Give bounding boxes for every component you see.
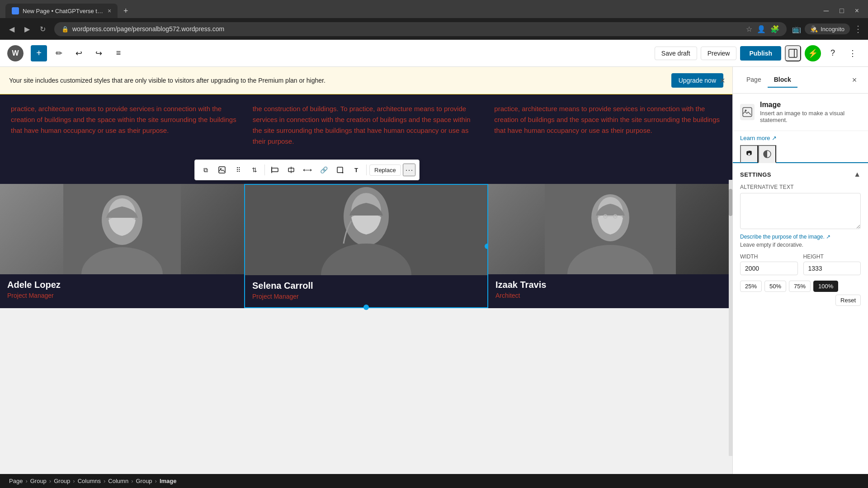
image-picker-button[interactable] [215, 163, 229, 177]
resize-handle-bottom[interactable] [363, 305, 369, 310]
breadcrumb-item-2[interactable]: Group [54, 478, 70, 484]
settings-icon-tab[interactable] [740, 145, 758, 163]
svg-text:W: W [12, 49, 19, 57]
breadcrumb-item-6[interactable]: Image [160, 478, 177, 484]
align-center-button[interactable] [284, 163, 298, 177]
editor-canvas: Your site includes customized styles tha… [0, 67, 732, 474]
close-notification-button[interactable]: × [720, 75, 725, 86]
breadcrumb-item-3[interactable]: Columns [78, 478, 101, 484]
svg-rect-5 [219, 167, 225, 173]
full-width-button[interactable]: ⟷ [300, 163, 315, 177]
profile-icon[interactable]: 👤 [757, 25, 766, 33]
width-input[interactable] [740, 262, 798, 275]
team-name-adele: Adele Lopez [0, 274, 244, 292]
breadcrumb-item-4[interactable]: Column [108, 478, 128, 484]
url-display[interactable]: wordpress.com/page/personalblog572.wordp… [72, 25, 742, 33]
undo-icon: ↩ [75, 48, 82, 58]
incognito-label: Incognito [821, 26, 844, 33]
jetpack-icon: ⚡ [808, 48, 818, 58]
undo-button[interactable]: ↩ [71, 45, 87, 61]
help-button[interactable]: ? [825, 45, 841, 61]
column-text-left: practice, architecture means to provide … [9, 103, 240, 147]
browser-menu-button[interactable]: ⋮ [854, 23, 863, 34]
width-field: WIDTH [740, 253, 798, 275]
zoom-50-button[interactable]: 50% [764, 281, 786, 292]
minimize-button[interactable]: ─ [820, 5, 832, 17]
cast-icon[interactable]: 📺 [792, 25, 801, 33]
bookmark-icon[interactable]: ☆ [746, 25, 752, 33]
breadcrumb-item-1[interactable]: Group [30, 478, 47, 484]
maximize-button[interactable]: □ [836, 5, 848, 17]
reset-dimensions-button[interactable]: Reset [835, 295, 861, 306]
alt-text-button[interactable]: T [349, 163, 363, 177]
add-block-button[interactable]: + [31, 45, 47, 61]
settings-collapse-button[interactable]: ▲ [854, 170, 861, 178]
alt-text-field: ALTERNATIVE TEXT Describe the purpose of… [740, 184, 861, 248]
back-button[interactable]: ◀ [5, 23, 18, 35]
settings-section-title: Settings [740, 171, 771, 178]
forward-button[interactable]: ▶ [21, 23, 33, 35]
team-member-3: Izaak Travis Architect [488, 184, 732, 308]
copy-block-button[interactable]: ⧉ [198, 163, 213, 177]
height-input[interactable] [803, 262, 861, 275]
height-label: HEIGHT [803, 253, 861, 260]
tab-page[interactable]: Page [740, 72, 768, 88]
settings-section: Settings ▲ ALTERNATIVE TEXT Describe the… [733, 163, 868, 313]
team-title-adele: Project Manager [0, 292, 244, 306]
sidebar-toggle-button[interactable] [785, 45, 801, 61]
column-text-right: practice, architecture means to provide … [492, 103, 723, 147]
options-button[interactable]: ⋮ [844, 45, 861, 61]
sidebar-panel: Page Block × Image Insert an image to ma… [732, 67, 868, 474]
preview-button[interactable]: Preview [701, 47, 737, 60]
redo-button[interactable]: ↪ [90, 45, 107, 61]
tab-block[interactable]: Block [768, 72, 797, 88]
replace-image-button[interactable]: Replace [369, 164, 401, 176]
upgrade-now-button[interactable]: Upgrade now [671, 73, 723, 88]
learn-more-link[interactable]: Learn more ↗ [740, 135, 861, 141]
zoom-75-button[interactable]: 75% [789, 281, 811, 292]
tab-close-button[interactable]: × [108, 7, 111, 14]
more-options-image-button[interactable]: ⋯ [403, 164, 415, 176]
extension-icon[interactable]: 🧩 [770, 25, 779, 33]
width-label: WIDTH [740, 253, 798, 260]
browser-tab[interactable]: New Page • ChatGPTverse this ye... × [5, 4, 118, 18]
zoom-100-button[interactable]: 100% [813, 281, 838, 292]
svg-rect-3 [789, 49, 797, 57]
incognito-indicator: 🕵 Incognito [805, 23, 850, 34]
alt-text-input[interactable] [740, 193, 861, 229]
edit-button[interactable]: ✏ [51, 45, 67, 61]
notification-text: Your site includes customized styles tha… [9, 77, 664, 84]
document-overview-button[interactable]: ≡ [110, 45, 127, 61]
zoom-25-button[interactable]: 25% [740, 281, 762, 292]
wp-logo[interactable]: W [7, 45, 24, 61]
three-column-block: practice, architecture means to provide … [0, 94, 732, 156]
style-icon-tab[interactable] [758, 145, 776, 163]
close-window-button[interactable]: × [851, 5, 863, 17]
save-draft-button[interactable]: Save draft [655, 47, 697, 60]
align-left-button[interactable] [268, 163, 282, 177]
crop-button[interactable] [333, 163, 347, 177]
breadcrumb-item-5[interactable]: Group [136, 478, 152, 484]
decorative-hint: Leave empty if decorative. [740, 242, 861, 248]
move-button[interactable]: ⇅ [247, 163, 262, 177]
team-member-2[interactable]: Selena Carroll Project Manager [244, 184, 488, 308]
svg-point-0 [13, 9, 18, 13]
describe-purpose-link[interactable]: Describe the purpose of the image. ↗ [740, 234, 861, 240]
tab-favicon [12, 7, 19, 14]
breadcrumb-item-0[interactable]: Page [9, 478, 23, 484]
panel-close-button[interactable]: × [848, 74, 861, 86]
alt-text-label: ALTERNATIVE TEXT [740, 184, 861, 190]
jetpack-button[interactable]: ⚡ [805, 45, 821, 61]
drag-handle-button[interactable]: ⠿ [231, 163, 245, 177]
more-options-icon: ⋮ [849, 48, 857, 58]
list-icon: ≡ [116, 48, 121, 58]
upgrade-notification: Your site includes customized styles tha… [0, 67, 732, 94]
breadcrumb-sep-4: › [131, 478, 133, 484]
reload-button[interactable]: ↻ [36, 23, 49, 35]
add-icon: + [36, 48, 42, 58]
link-button[interactable]: 🔗 [316, 163, 331, 177]
new-tab-button[interactable]: + [119, 5, 132, 17]
panel-tabs: Page Block × [733, 67, 868, 94]
publish-button[interactable]: Publish [740, 46, 781, 61]
svg-point-12 [342, 172, 344, 174]
